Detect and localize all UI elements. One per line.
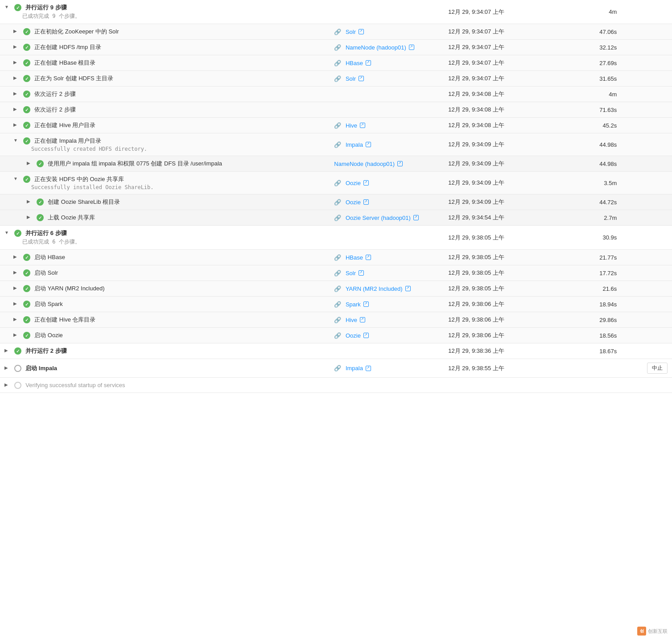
service-link-icon-17[interactable]: 🔗	[334, 365, 344, 372]
service-link-solr-start[interactable]: Solr	[346, 270, 364, 277]
service-link-icon-2[interactable]: 🔗	[334, 44, 344, 51]
expand-icon-impala-dfs[interactable]: ▶	[27, 161, 33, 167]
expand-icon-oozie-upload[interactable]: ▶	[27, 215, 33, 221]
expand-icon-start-solr[interactable]: ▶	[13, 270, 20, 276]
status-icon-seq-2b	[23, 106, 30, 113]
service-link-oozie-server[interactable]: Oozie Server (hadoop01)	[346, 215, 419, 221]
expand-icon-oozie-lib[interactable]: ▼	[13, 176, 20, 182]
step-hdfs-tmp-time: 12月 29, 9:34:07 上午	[444, 40, 558, 55]
group2-title: 并行运行 6 步骤	[25, 229, 66, 237]
status-icon-start-yarn	[23, 285, 30, 292]
service-link-hive-user[interactable]: Hive	[346, 122, 365, 129]
group1-subtitle: 已成功完成 9 个步骤。	[4, 12, 325, 20]
expand-icon-group3[interactable]: ▶	[4, 348, 11, 354]
external-link-icon-8	[363, 180, 369, 186]
service-link-oozie-lib[interactable]: Oozie	[346, 180, 369, 186]
expand-icon-group2[interactable]: ▼	[4, 230, 11, 236]
service-link-icon-11[interactable]: 🔗	[334, 254, 344, 261]
step-start-solr-name: 启动 Solr	[34, 269, 58, 277]
service-link-icon-15[interactable]: 🔗	[334, 317, 344, 323]
service-link-solr-hdfs[interactable]: Solr	[346, 75, 364, 82]
service-link-icon-9[interactable]: 🔗	[334, 199, 344, 206]
service-link-icon-13[interactable]: 🔗	[334, 285, 344, 292]
external-link-icon-10	[413, 215, 419, 220]
service-link-icon[interactable]: 🔗	[334, 29, 344, 35]
service-link-icon-3[interactable]: 🔗	[334, 60, 344, 66]
service-link-impala-start[interactable]: Impala	[346, 365, 371, 372]
group1-duration: 4m	[558, 0, 621, 24]
service-link-impala-user[interactable]: Impala	[346, 141, 371, 148]
step-solr-init-duration: 47.06s	[558, 24, 621, 40]
external-link-icon-4	[359, 76, 364, 81]
expand-icon-seq-2a[interactable]: ▶	[13, 91, 20, 97]
step-oozie-lib-name: 正在安装 HDFS 中的 Oozie 共享库	[34, 175, 124, 183]
service-link-icon-8[interactable]: 🔗	[334, 180, 344, 186]
step-solr-hdfs-name: 正在为 Solr 创建 HDFS 主目录	[34, 74, 113, 83]
service-link-icon-6[interactable]: 🔗	[334, 141, 344, 148]
parallel-group-3-header: ▶ 并行运行 2 步骤 12月 29, 9:38:36 上午 18.67s	[0, 343, 672, 359]
service-link-icon-4[interactable]: 🔗	[334, 75, 344, 82]
step-oozie-lib-duration: 3.5m	[558, 172, 621, 194]
service-link-yarn[interactable]: YARN (MR2 Included)	[346, 285, 411, 292]
step-start-solr-duration: 17.72s	[558, 265, 621, 281]
service-link-hbase-root[interactable]: HBase	[346, 60, 371, 66]
step-oozie-root-duration: 44.72s	[558, 194, 621, 210]
service-link-hive-warehouse[interactable]: Hive	[346, 317, 365, 323]
step-impala-user-time: 12月 29, 9:34:09 上午	[444, 133, 558, 156]
expand-icon-hive-warehouse[interactable]: ▶	[13, 317, 20, 323]
external-link-icon-13	[405, 286, 411, 291]
expand-icon-hbase-root[interactable]: ▶	[13, 60, 20, 66]
status-icon-group1	[14, 4, 21, 11]
service-link-oozie-start[interactable]: Oozie	[346, 332, 369, 339]
service-link-icon-12[interactable]: 🔗	[334, 270, 344, 277]
expand-icon-hdfs-tmp[interactable]: ▶	[13, 44, 20, 50]
step-hive-warehouse-name: 正在创建 Hive 仓库目录	[34, 316, 95, 324]
service-link-icon-16[interactable]: 🔗	[334, 332, 344, 339]
expand-icon-start-yarn[interactable]: ▶	[13, 285, 20, 292]
expand-icon-start-spark[interactable]: ▶	[13, 301, 20, 307]
expand-icon-group1[interactable]: ▼	[4, 4, 11, 11]
step-start-spark: ▶ 启动 Spark 🔗 Spark 12月 29, 9:38:06 上午 18…	[0, 297, 672, 312]
step-start-oozie-time: 12月 29, 9:38:06 上午	[444, 328, 558, 343]
step-impala-user-duration: 44.98s	[558, 133, 621, 156]
group3-timestamp: 12月 29, 9:38:36 上午	[444, 343, 558, 359]
step-oozie-root-name: 创建 Oozie ShareLib 根目录	[48, 198, 120, 206]
expand-icon-start-oozie[interactable]: ▶	[13, 332, 20, 339]
expand-icon-solr-init[interactable]: ▶	[13, 29, 20, 35]
service-link-icon-5[interactable]: 🔗	[334, 122, 344, 129]
expand-icon-seq-2b[interactable]: ▶	[13, 107, 20, 113]
external-link-icon-5	[360, 123, 365, 128]
service-link-namenode[interactable]: NameNode (hadoop01)	[346, 44, 414, 51]
step-seq-2b-time: 12月 29, 9:34:08 上午	[444, 102, 558, 118]
expand-icon-hive-user[interactable]: ▶	[13, 122, 20, 128]
status-icon-solr-init	[23, 28, 30, 35]
step-hdfs-tmp-name: 正在创建 HDFS /tmp 目录	[34, 43, 101, 51]
step-impala-user-subtext: Successfully created HDFS directory.	[13, 145, 325, 152]
expand-icon-impala-start[interactable]: ▶	[4, 365, 11, 372]
service-link-oozie-root[interactable]: Oozie	[346, 199, 369, 206]
service-link-namenode-2[interactable]: NameNode (hadoop01)	[334, 161, 403, 167]
service-link-spark[interactable]: Spark	[346, 301, 369, 308]
expand-icon-solr-hdfs[interactable]: ▶	[13, 75, 20, 82]
status-icon-impala-start	[14, 365, 21, 372]
step-hbase-root: ▶ 正在创建 HBase 根目录 🔗 HBase 12月 29, 9:34:07…	[0, 55, 672, 71]
group3-duration: 18.67s	[558, 343, 621, 359]
expand-icon-verify[interactable]: ▶	[4, 382, 11, 388]
expand-icon-impala-user[interactable]: ▼	[13, 138, 20, 144]
external-link-icon-17	[366, 366, 371, 371]
step-start-impala: ▶ 启动 Impala 🔗 Impala 12月 29, 9:38:55 上午 …	[0, 359, 672, 378]
step-start-oozie-name: 启动 Oozie	[34, 331, 63, 339]
step-solr-init-name: 正在初始化 ZooKeeper 中的 Solr	[34, 28, 119, 36]
external-link-icon-12	[359, 270, 364, 276]
step-start-hbase-time: 12月 29, 9:38:05 上午	[444, 250, 558, 265]
stop-impala-button[interactable]: 中止	[647, 363, 668, 374]
service-link-hbase-start[interactable]: HBase	[346, 254, 371, 261]
external-link-icon-3	[366, 60, 371, 66]
step-oozie-lib-subtext: Successfully installed Oozie ShareLib.	[13, 183, 325, 190]
service-link-solr-init[interactable]: Solr	[346, 29, 364, 35]
service-link-icon-14[interactable]: 🔗	[334, 301, 344, 308]
expand-icon-oozie-root[interactable]: ▶	[27, 199, 33, 205]
service-link-icon-10[interactable]: 🔗	[334, 215, 344, 221]
expand-icon-start-hbase[interactable]: ▶	[13, 254, 20, 260]
status-icon-group2	[14, 230, 21, 237]
